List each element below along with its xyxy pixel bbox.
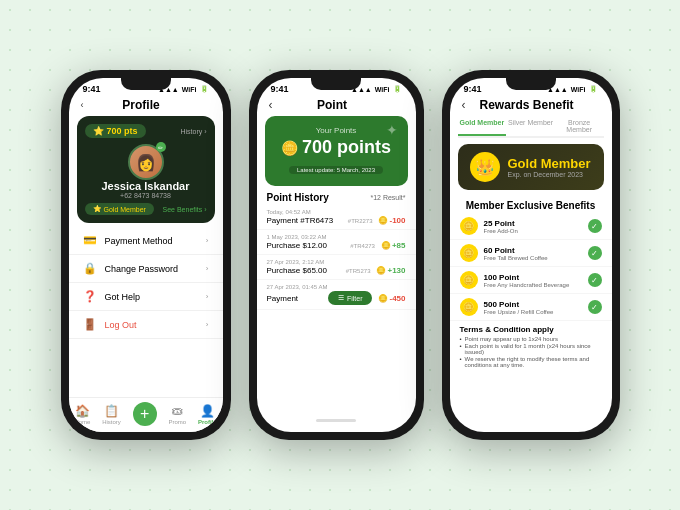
- benefit-item-60: 🪙 60 Point Free Tall Brewed Coffee ✓: [450, 240, 612, 267]
- benefit-item-500: 🪙 500 Point Free Upsize / Refill Coffee …: [450, 294, 612, 321]
- terms-item: • Point may appear up to 1x24 hours: [460, 336, 602, 342]
- profile-card: ⭐ 700 pts History › 👩 ✏ Jessica Iskandar…: [77, 116, 215, 223]
- page-title: Profile: [84, 98, 199, 112]
- list-item: 27 Apr 2023, 2:12 AM Purchase $65.00 #TR…: [257, 255, 416, 280]
- result-count: *12 Result*: [370, 194, 405, 201]
- history-section-header: Point History *12 Result*: [257, 186, 416, 205]
- nav-add[interactable]: +: [133, 402, 157, 426]
- menu-logout[interactable]: 🚪 Log Out ›: [69, 311, 223, 339]
- nav-promo[interactable]: 🎟 Promo: [168, 404, 186, 425]
- history-list: Today, 04:52 AM Payment #TR6473 #TR2273 …: [257, 205, 416, 310]
- terms-title: Terms & Condition apply: [460, 325, 602, 334]
- benefit-description: Free Any Handcrafted Beverage: [484, 282, 570, 288]
- member-row: ⭐ Gold Member See Benefits ›: [85, 203, 207, 215]
- check-icon: ✓: [588, 246, 602, 260]
- item-label: Purchase $65.00: [267, 266, 328, 275]
- add-button[interactable]: +: [133, 402, 157, 426]
- avatar-wrapper: 👩 ✏: [85, 144, 207, 180]
- see-benefits-link[interactable]: See Benefits ›: [163, 206, 207, 213]
- history-link[interactable]: History ›: [180, 128, 206, 135]
- menu-password-label: Change Password: [105, 264, 179, 274]
- member-tabs: Gold Member Silver Member Bronze Member: [458, 116, 604, 138]
- gold-title: Gold Member: [508, 156, 591, 171]
- payment-icon: 💳: [83, 234, 97, 247]
- filter-icon: ☰: [338, 294, 344, 302]
- points-banner: ✦ Your Points 🪙 700 points Latest update…: [265, 116, 408, 186]
- coin-icon: 🪙: [460, 271, 478, 289]
- point-value: 🪙+85: [381, 241, 406, 250]
- pts-row: ⭐ 700 pts History ›: [85, 124, 207, 138]
- tab-bronze-member[interactable]: Bronze Member: [555, 116, 604, 136]
- item-date: 27 Apr 2023, 2:12 AM: [267, 259, 406, 265]
- status-time: 9:41: [83, 84, 101, 94]
- points-number: 700 points: [302, 137, 391, 158]
- benefits-title: Member Exclusive Benefits: [450, 196, 612, 213]
- tx-id: #TR4273: [350, 243, 375, 249]
- menu-list: 💳 Payment Method › 🔒 Change Password › ❓: [69, 223, 223, 343]
- nav-home[interactable]: 🏠 Home: [74, 404, 90, 425]
- status-time: 9:41: [464, 84, 482, 94]
- check-icon: ✓: [588, 300, 602, 314]
- menu-help-label: Got Help: [105, 292, 141, 302]
- notch: [311, 78, 361, 90]
- phone-rewards: 9:41 ▲▲▲WiFi🔋 ‹ Rewards Benefit Gold Mem…: [442, 70, 620, 440]
- point-header: ‹ Point: [257, 96, 416, 116]
- coin-icon: 🪙: [460, 244, 478, 262]
- benefit-points: 500 Point: [484, 300, 554, 309]
- terms-item: • We reserve the right to modify these t…: [460, 356, 602, 368]
- history-title: Point History: [267, 192, 329, 203]
- profile-phone: +62 8473 84738: [85, 192, 207, 199]
- item-label: Payment #TR6473: [267, 216, 334, 225]
- item-label: Payment: [267, 294, 299, 303]
- chevron-right-icon: ›: [206, 292, 209, 301]
- menu-help[interactable]: ❓ Got Help ›: [69, 283, 223, 311]
- nav-profile[interactable]: 👤 Profile: [198, 404, 217, 425]
- screen-point: 9:41 ▲▲▲WiFi🔋 ‹ Point ✦ Your Points 🪙 70…: [257, 78, 416, 432]
- benefit-points: 25 Point: [484, 219, 518, 228]
- logout-icon: 🚪: [83, 318, 97, 331]
- check-icon: ✓: [588, 219, 602, 233]
- terms-item: • Each point is valid for 1 month (x24 h…: [460, 343, 602, 355]
- points-updated: Latest update: 5 March, 2023: [289, 166, 383, 174]
- menu-password[interactable]: 🔒 Change Password ›: [69, 255, 223, 283]
- terms-section: Terms & Condition apply • Point may appe…: [450, 321, 612, 373]
- benefit-item-100: 🪙 100 Point Free Any Handcrafted Beverag…: [450, 267, 612, 294]
- your-points-label: Your Points: [275, 126, 398, 135]
- tab-silver-member[interactable]: Silver Member: [506, 116, 555, 136]
- screen-rewards: 9:41 ▲▲▲WiFi🔋 ‹ Rewards Benefit Gold Mem…: [450, 78, 612, 432]
- point-value: 🪙+130: [376, 266, 405, 275]
- item-date: 1 May 2023, 03:22 AM: [267, 234, 406, 240]
- status-time: 9:41: [271, 84, 289, 94]
- phone-point: 9:41 ▲▲▲WiFi🔋 ‹ Point ✦ Your Points 🪙 70…: [249, 70, 424, 440]
- edit-icon: ✏: [156, 142, 166, 152]
- notch: [506, 78, 556, 90]
- coin-icon: 🪙: [281, 140, 298, 156]
- chevron-right-icon: ›: [206, 264, 209, 273]
- help-icon: ❓: [83, 290, 97, 303]
- promo-icon: 🎟: [171, 404, 183, 418]
- menu-payment[interactable]: 💳 Payment Method ›: [69, 227, 223, 255]
- point-value: 🪙-100: [378, 216, 405, 225]
- rewards-header: ‹ Rewards Benefit: [450, 96, 612, 116]
- bottom-nav: 🏠 Home 📋 History + 🎟 Promo 👤 Profile: [69, 397, 223, 432]
- pts-badge: ⭐ 700 pts: [85, 124, 146, 138]
- history-icon: 📋: [104, 404, 119, 418]
- phone-profile: 9:41 ▲▲▲ WiFi 🔋 ‹ Profile ⭐ 7: [61, 70, 231, 440]
- benefit-item-25: 🪙 25 Point Free Add-On ✓: [450, 213, 612, 240]
- benefit-description: Free Upsize / Refill Coffee: [484, 309, 554, 315]
- scroll-indicator: [316, 419, 356, 422]
- item-date: 27 Apr 2023, 01:45 AM: [267, 284, 406, 290]
- gold-member-card: 👑 Gold Member Exp. on December 2023: [458, 144, 604, 190]
- chevron-right-icon: ›: [206, 320, 209, 329]
- nav-history[interactable]: 📋 History: [102, 404, 121, 425]
- list-item: 27 Apr 2023, 01:45 AM Payment ☰ Filter 🪙…: [257, 280, 416, 310]
- filter-button[interactable]: ☰ Filter: [328, 291, 373, 305]
- point-value: 🪙-450: [378, 294, 405, 303]
- list-item: 1 May 2023, 03:22 AM Purchase $12.00 #TR…: [257, 230, 416, 255]
- home-icon: 🏠: [75, 404, 90, 418]
- notch: [121, 78, 171, 90]
- tab-gold-member[interactable]: Gold Member: [458, 116, 507, 136]
- avatar-edit[interactable]: 👩 ✏: [128, 144, 164, 180]
- page-title: Point: [273, 98, 392, 112]
- profile-name: Jessica Iskandar: [85, 180, 207, 192]
